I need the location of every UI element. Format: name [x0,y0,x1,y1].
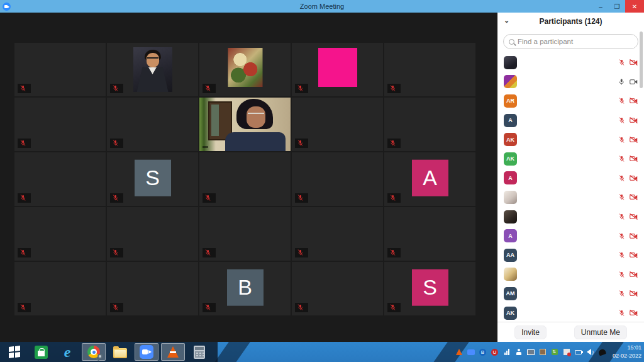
sync-icon[interactable]: ⇅ [550,348,558,356]
panel-footer: Invite Unmute Me [497,322,644,342]
file-explorer-icon[interactable] [108,343,132,361]
minimize-button[interactable]: – [592,0,609,13]
mic-muted-icon [619,251,625,259]
video-tile[interactable] [292,43,383,96]
tile-name-label [295,84,308,93]
video-tile[interactable]: B [199,262,291,315]
mic-muted-icon [619,116,625,124]
tile-name-label [387,139,401,148]
start-button-icon[interactable] [3,343,26,361]
volume-icon[interactable]: ) [586,348,594,356]
chevron-down-icon[interactable]: ⌄ [504,16,509,25]
taskbar-clock[interactable]: 15:01 02-02-2022 [613,344,641,359]
mic-muted-icon [205,194,211,201]
video-muted-icon [630,252,638,258]
video-tile[interactable] [107,207,198,261]
invite-button[interactable]: Invite [514,325,547,339]
user-settings-icon[interactable] [514,348,523,356]
participant-row[interactable] [497,72,644,92]
video-tile[interactable]: A [384,152,475,206]
zoom-app-icon[interactable] [135,343,158,361]
window-title: Zoom Meeting [0,3,644,10]
archive-icon[interactable] [538,348,547,356]
participant-search[interactable] [503,34,638,49]
video-tile[interactable] [384,207,475,261]
tile-name-label [18,248,31,257]
video-tile[interactable] [384,98,475,151]
internet-explorer-icon[interactable]: e [55,343,79,361]
mic-muted-icon [113,84,118,92]
close-button[interactable]: ✕ [625,0,644,13]
video-muted-icon [630,271,638,278]
tile-name-label [203,303,216,312]
video-tile[interactable]: S [107,152,198,206]
video-muted-icon [630,233,638,239]
participant-row[interactable]: A [497,111,644,130]
search-input[interactable] [518,38,633,45]
video-tile[interactable] [292,207,383,261]
video-tile[interactable] [14,43,106,96]
participant-row[interactable] [497,188,644,207]
vlc-tray-icon[interactable] [455,348,463,356]
search-icon [509,39,514,45]
bluetooth-icon[interactable]: B [479,348,487,356]
zoom-tray-icon[interactable] [467,348,475,356]
battery-icon[interactable] [574,348,582,356]
participant-row[interactable] [497,207,644,227]
participant-row[interactable]: AA [497,246,644,265]
participants-count: Participants (124) [539,17,602,26]
tile-name-label [387,248,401,257]
video-tile[interactable] [292,98,383,151]
participant-row[interactable] [497,265,644,285]
video-tile[interactable] [199,43,291,96]
participant-row[interactable]: AK [497,130,644,149]
desktop: Zoom Meeting – ❐ ✕ SABS ⌄ Participants (… [0,0,644,362]
video-tile[interactable] [107,262,198,315]
tile-name-label [110,248,123,257]
windows-store-icon[interactable] [29,343,53,361]
maximize-button[interactable]: ❐ [609,0,625,13]
video-tile[interactable] [199,98,291,151]
tile-name-label [110,84,123,93]
scrollbar-thumb[interactable] [640,31,643,88]
initials-avatar: A [504,171,517,184]
video-tile[interactable]: S [384,262,475,315]
video-tile[interactable] [107,98,198,151]
participant-row[interactable]: A [497,226,644,246]
mic-muted-icon [20,194,26,201]
video-tile[interactable] [292,152,383,206]
quickheal-icon[interactable]: U [491,348,499,356]
vlc-icon[interactable] [161,343,185,361]
display-icon[interactable] [526,348,535,356]
participant-row[interactable]: A [497,169,644,188]
network-signal-icon[interactable] [502,348,511,356]
participant-row[interactable]: AK [497,149,644,169]
participant-row[interactable] [497,53,644,72]
unmute-me-button[interactable]: Unmute Me [574,325,627,339]
video-tile[interactable] [384,43,475,96]
video-tile[interactable] [199,207,291,261]
participant-row[interactable]: AK [497,303,644,322]
video-tile[interactable] [292,262,383,315]
participant-row[interactable]: AR [497,91,644,111]
tile-name-label [18,193,31,203]
alert-flag-icon[interactable] [562,348,570,356]
mic-muted-icon [20,139,26,147]
satellite-icon[interactable] [598,348,606,356]
photo-avatar [504,56,517,69]
video-tile[interactable] [14,98,106,151]
chrome-icon[interactable] [82,343,106,361]
video-tile[interactable] [14,152,106,206]
participant-list: ARAAKAKAAAAAMAK [497,53,644,322]
video-tile[interactable] [14,207,106,261]
mic-muted-icon [390,303,396,311]
participant-row[interactable]: AM [497,284,644,303]
tile-name-label [110,139,123,148]
meeting-gallery: SABS [0,13,497,342]
video-tile[interactable] [14,262,106,315]
video-icon [630,79,638,85]
calculator-icon[interactable] [187,343,211,361]
video-tile[interactable] [107,43,198,96]
video-tile[interactable] [199,152,291,206]
tile-name-label [203,84,216,93]
